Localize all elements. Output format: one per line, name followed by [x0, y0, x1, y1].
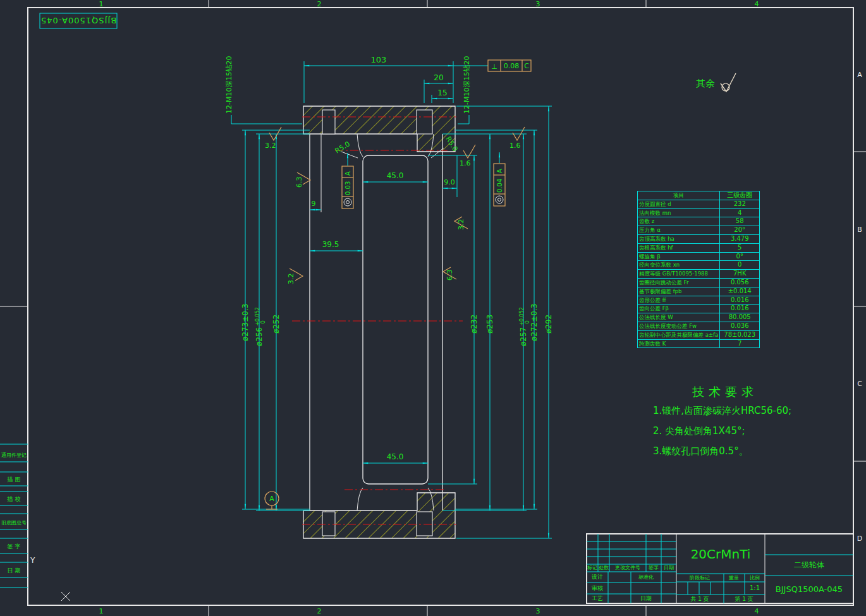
table-row: 齿轮副中心距及其极限偏差 a±fa78±0.023	[638, 330, 760, 339]
dim-15: 15	[437, 88, 447, 97]
dim-d257: ø257+0.0520	[519, 307, 530, 346]
tb-design: 设计	[592, 574, 603, 580]
table-row: 径向变位系数 xn0	[638, 261, 760, 270]
ucs-y-label: Y	[30, 556, 35, 565]
tb-date: 日期	[664, 565, 674, 571]
register-label: 签 字	[8, 543, 21, 550]
cad-sheet: 1 2 3 4 1 2 3 4 A B C D BJJSQ1500A-045 其…	[0, 0, 866, 616]
roughness-value: 3.2	[265, 142, 276, 150]
gear-param-label: 齿形公差 ff	[638, 296, 720, 305]
concentricity-icon	[344, 198, 351, 206]
gear-param-label: 螺旋角 β	[638, 252, 720, 261]
gear-param-value: 0.016	[720, 296, 760, 305]
margin-register-column: 通用件登记 描 图 描 校 旧底图总号 签 字 日 期	[0, 444, 28, 588]
perp-datum: C	[524, 62, 529, 70]
dim-d257-main: ø257	[519, 327, 528, 346]
dim-d256-sup: +0.052	[255, 307, 260, 326]
table-row: 螺旋角 β0°	[638, 252, 760, 261]
gear-param-label: 法向模数 mn	[638, 208, 720, 217]
stamp-box: BJJSQ1500A-045	[40, 13, 117, 28]
dim-d232: ø232	[470, 315, 479, 334]
dim-d292: ø292	[544, 315, 553, 334]
dim-step-left: 9	[312, 200, 316, 208]
dim-bore-bottom: 45.0	[387, 452, 404, 461]
rest-label: 其余	[696, 78, 715, 89]
gear-param-label: 径向变位系数 xn	[638, 261, 720, 270]
gear-param-label: 齿轮副中心距及其极限偏差 a±fa	[638, 330, 720, 339]
table-row: 精度等级 GB/T10095-19887HK	[638, 270, 760, 279]
tb-sign: 签字	[649, 565, 659, 571]
gear-param-value: 0°	[720, 252, 760, 261]
gear-param-label: 跨测齿数 K	[638, 339, 720, 348]
tb-part-name: 二级轮体	[794, 560, 824, 569]
gear-param-value: 20°	[720, 226, 760, 235]
zone-col-4: 4	[755, 0, 759, 8]
gear-param-label: 公法线长度 W	[638, 313, 720, 322]
tb-scale: 比例	[750, 575, 760, 581]
zone-col-2b: 2	[317, 607, 322, 615]
tech-req-title: 技术要求	[692, 384, 843, 401]
gear-param-value: 0	[720, 261, 760, 270]
tb-sheet-total: 共 1 页	[690, 596, 709, 602]
technical-requirements: 技术要求 1.锻件,齿面渗碳淬火HRC56-60; 2. 尖角处倒角1X45°;…	[653, 384, 843, 461]
roughness-value: 6.3	[446, 270, 454, 281]
register-label: 通用件登记	[1, 452, 27, 458]
stamp-drawing-number: BJJSQ1500A-045	[40, 16, 116, 25]
ucs-icon: Y	[30, 556, 70, 601]
dim-d253: ø253	[485, 315, 494, 334]
tech-req-item: 2. 尖角处倒角1X45°;	[653, 421, 843, 441]
table-row: 分度圆直径 d232	[638, 200, 760, 208]
roughness-value: 1.6	[460, 159, 471, 167]
datum-marker-a: A	[265, 492, 279, 509]
table-row: 齿顶高系数 ha3.479	[638, 234, 760, 243]
register-label: 描 图	[7, 476, 21, 483]
tb-weight: 重量	[728, 575, 739, 581]
gear-param-label: 齿数 z	[638, 217, 720, 226]
roughness-check-icon	[721, 73, 736, 92]
tb-mark: 标记	[587, 565, 597, 571]
dim-wall: 39.5	[322, 240, 339, 249]
zone-row-c: C	[857, 380, 862, 388]
roughness-icon	[463, 145, 475, 158]
gear-param-label: 精度等级 GB/T10095-1988	[638, 270, 720, 279]
dim-bore-top: 45.0	[387, 171, 404, 180]
zone-col-4b: 4	[755, 607, 759, 615]
gear-param-label: 分度圆直径 d	[638, 200, 720, 208]
gear-param-value: 58	[720, 217, 760, 226]
table-row: 齿数 z58	[638, 217, 760, 226]
zone-row-d: D	[857, 534, 862, 543]
tech-req-item: 3.螺纹孔口倒角0.5°。	[653, 441, 843, 461]
tb-date2: 日期	[640, 595, 652, 601]
part-geometry	[303, 106, 455, 538]
gear-param-value: 80.005	[720, 313, 760, 322]
concentricity-frame-left: A 0.03	[342, 153, 353, 208]
zone-col-3b: 3	[536, 607, 540, 615]
gear-param-value: 4	[720, 208, 760, 217]
conc-right-datum: A	[496, 169, 503, 173]
gear-param-value: ±0.014	[720, 287, 760, 296]
zone-col-3: 3	[536, 0, 540, 8]
rest-surfaces-note: 其余	[696, 73, 736, 92]
title-block: 标记 处数 更改文件号 签字 日期 设计 标准化 审核 工艺 日期 20CrMn…	[587, 534, 853, 603]
roughness-value: 3.2	[457, 219, 465, 231]
tb-process: 工艺	[592, 595, 603, 601]
perpendicularity-frame: ⊥ 0.08 C	[488, 60, 531, 71]
gear-parameter-table: 项目 三级齿圈 分度圆直径 d232 法向模数 mn4 齿数 z58 压力角 α…	[637, 191, 760, 348]
conc-left-datum: A	[345, 171, 351, 176]
dim-step-right: 9.0	[444, 178, 455, 186]
gear-param-label: 齿向公差 Fβ	[638, 305, 720, 313]
conc-left-value: 0.03	[345, 181, 351, 195]
register-label: 日 期	[8, 567, 21, 574]
dim-d257-sup: +0.052	[519, 307, 525, 326]
zone-row-a: A	[857, 71, 862, 79]
gear-param-value: 3.479	[720, 234, 760, 243]
roughness-marks: 3.2 1.6 1.6 6.3 3.2 3.2 6.3	[265, 127, 525, 284]
dim-d256-sub: 0	[260, 320, 266, 323]
zone-col-2: 2	[317, 0, 322, 8]
gear-param-value: 7	[720, 339, 760, 348]
zone-row-b: B	[857, 226, 862, 234]
dim-20: 20	[434, 73, 443, 82]
tech-req-item: 1.锻件,齿面渗碳淬火HRC56-60;	[653, 401, 843, 421]
gear-param-value: 三级齿圈	[720, 191, 760, 200]
datum-label: A	[269, 495, 274, 503]
